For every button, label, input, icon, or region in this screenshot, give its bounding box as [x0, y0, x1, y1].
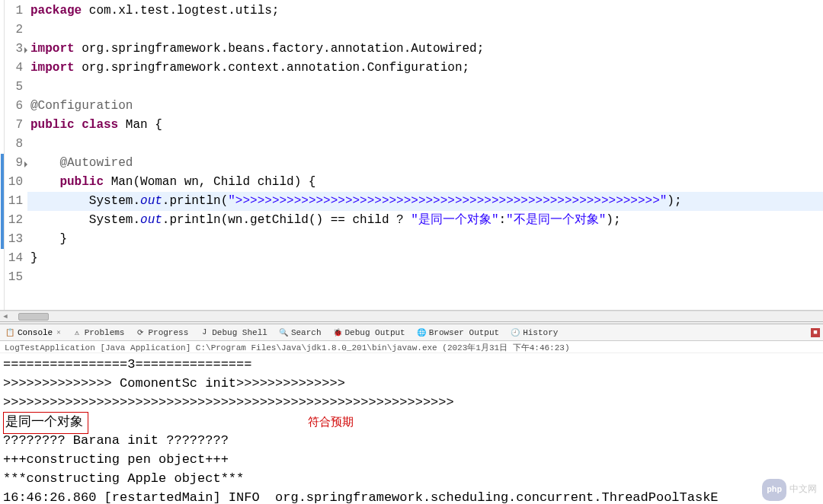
debug-shell-icon: J	[199, 327, 210, 338]
token-kw: package	[30, 4, 89, 18]
change-marker	[1, 230, 4, 249]
tab-debug-output[interactable]: 🐞Debug Output	[331, 327, 407, 339]
change-marker	[1, 173, 4, 192]
scroll-thumb[interactable]	[18, 313, 49, 321]
token-field: out	[140, 194, 162, 208]
code-line[interactable]	[27, 78, 823, 97]
token-plain: :	[499, 213, 507, 227]
console-icon: 📋	[5, 327, 15, 338]
progress-icon: ⟳	[135, 327, 146, 338]
scroll-left-arrow[interactable]: ◀	[0, 311, 11, 322]
annotation-label: 符合预期	[308, 412, 354, 431]
line-number: 15	[5, 268, 23, 287]
token-plain: }	[30, 251, 38, 265]
result-highlight-box: 是同一个对象	[3, 412, 88, 434]
tab-progress[interactable]: ⟳Progress	[133, 327, 190, 339]
code-line[interactable]: import org.springframework.beans.factory…	[27, 40, 823, 59]
code-line[interactable]	[27, 135, 823, 154]
code-line[interactable]: System.out.println(">>>>>>>>>>>>>>>>>>>>…	[27, 192, 823, 211]
line-number: 11	[5, 192, 23, 211]
launch-configuration-info: LogTestApplication [Java Application] C:…	[0, 341, 823, 353]
console-output[interactable]: ================3===============>>>>>>>>…	[0, 353, 823, 504]
tab-problems[interactable]: ⚠Problems	[70, 327, 126, 339]
code-content[interactable]: package com.xl.test.logtest.utils;import…	[27, 0, 823, 310]
token-plain: System.	[30, 194, 140, 208]
line-number: 13	[5, 230, 23, 249]
token-plain: );	[606, 213, 620, 227]
token-str: "是同一个对象"	[411, 213, 498, 227]
line-number: 4	[5, 59, 23, 78]
token-plain: com.xl.test.logtest.utils;	[89, 4, 280, 18]
token-plain: Man {	[126, 118, 162, 132]
console-tab-bar: 📋Console✕⚠Problems⟳ProgressJDebug Shell🔍…	[0, 324, 823, 341]
console-line: ================3===============	[3, 355, 820, 374]
tab-debug-shell[interactable]: JDebug Shell	[197, 327, 269, 339]
line-number: 14	[5, 249, 23, 268]
code-line[interactable]: import org.springframework.context.annot…	[27, 59, 823, 78]
change-marker	[1, 192, 4, 211]
token-plain	[30, 175, 59, 189]
browser-output-icon: 🌐	[416, 327, 427, 338]
tab-browser-output[interactable]: 🌐Browser Output	[415, 327, 501, 339]
tab-label: Progress	[148, 328, 188, 337]
terminate-button[interactable]: ■	[811, 328, 820, 337]
tab-label: Debug Output	[345, 328, 405, 337]
token-plain: System.	[30, 213, 140, 227]
change-marker	[1, 211, 4, 230]
token-kw: import	[30, 42, 82, 56]
token-plain: org.springframework.context.annotation.C…	[82, 61, 469, 75]
token-plain: }	[30, 232, 67, 246]
tab-console[interactable]: 📋Console✕	[3, 327, 62, 339]
code-editor[interactable]: 123456789101112131415 package com.xl.tes…	[0, 0, 823, 311]
line-number: 12	[5, 211, 23, 230]
token-plain: Man(Woman wn, Child child) {	[111, 175, 316, 189]
tab-label: History	[523, 328, 558, 337]
line-number: 5	[5, 78, 23, 97]
console-line: +++constructing pen object+++	[3, 450, 820, 469]
console-line: >>>>>>>>>>>>>> ComonentSc init>>>>>>>>>>…	[3, 374, 820, 393]
tab-label: Browser Output	[429, 328, 499, 337]
line-number: 8	[5, 135, 23, 154]
token-plain: .println(wn.getChild() == child ?	[162, 213, 411, 227]
console-line: 16:46:26.860 [restartedMain] INFO org.sp…	[3, 488, 820, 504]
code-line[interactable]: System.out.println(wn.getChild() == chil…	[27, 211, 823, 230]
console-line-highlighted: 是同一个对象符合预期	[3, 412, 820, 431]
tab-search[interactable]: 🔍Search	[277, 327, 323, 339]
change-marker	[1, 154, 4, 173]
line-number: 7	[5, 116, 23, 135]
console-panel: 📋Console✕⚠Problems⟳ProgressJDebug Shell🔍…	[0, 324, 823, 504]
code-line[interactable]	[27, 268, 823, 287]
code-line[interactable]	[27, 21, 823, 40]
close-icon[interactable]: ✕	[56, 328, 60, 337]
code-line[interactable]: }	[27, 230, 823, 249]
code-line[interactable]: public class Man {	[27, 116, 823, 135]
token-plain	[30, 156, 59, 170]
tab-label: Search	[291, 328, 322, 337]
problems-icon: ⚠	[72, 327, 82, 338]
console-line: ???????? Barana init ????????	[3, 431, 820, 450]
token-kw: public	[59, 175, 110, 189]
code-line[interactable]: public Man(Woman wn, Child child) {	[27, 173, 823, 192]
editor-horizontal-scrollbar[interactable]: ◀	[0, 311, 823, 321]
token-kw: public class	[30, 118, 126, 132]
code-line[interactable]: package com.xl.test.logtest.utils;	[27, 2, 823, 21]
code-line[interactable]: }	[27, 249, 823, 268]
token-plain: .println(	[162, 194, 228, 208]
token-ann: @Configuration	[30, 99, 133, 113]
line-number: 2	[5, 21, 23, 40]
watermark: php中文网	[762, 479, 817, 501]
line-number: 1	[5, 2, 23, 21]
tab-label: Problems	[85, 328, 125, 337]
tab-history[interactable]: 🕘History	[508, 327, 559, 339]
console-line: ***constructing Apple object***	[3, 469, 820, 488]
token-plain: );	[667, 194, 681, 208]
watermark-badge: php	[762, 479, 786, 501]
debug-output-icon: 🐞	[332, 327, 343, 338]
token-str: ">>>>>>>>>>>>>>>>>>>>>>>>>>>>>>>>>>>>>>>…	[228, 194, 667, 208]
watermark-text: 中文网	[789, 480, 817, 499]
code-line[interactable]: @Autowired	[27, 154, 823, 173]
line-number: 10	[5, 173, 23, 192]
code-line[interactable]: @Configuration	[27, 97, 823, 116]
console-line: >>>>>>>>>>>>>>>>>>>>>>>>>>>>>>>>>>>>>>>>…	[3, 393, 820, 412]
line-number-gutter: 123456789101112131415	[5, 0, 27, 310]
